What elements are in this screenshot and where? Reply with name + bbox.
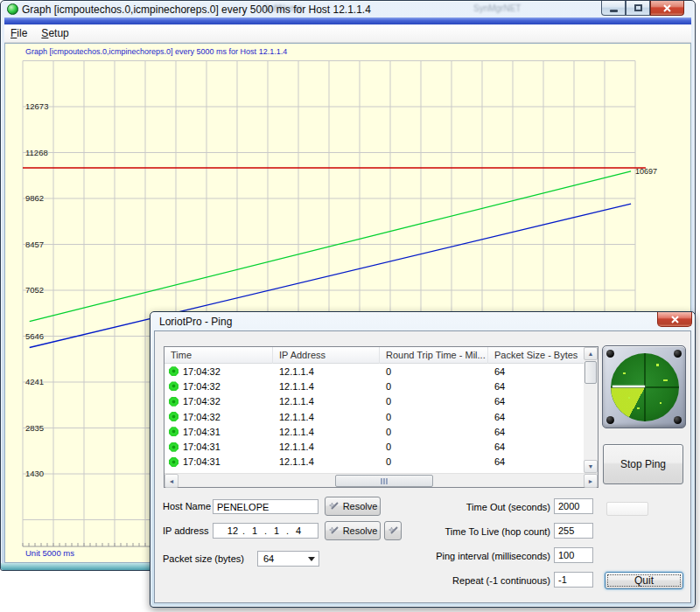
ping-ok-icon	[169, 412, 178, 421]
quit-button[interactable]: Quit	[605, 572, 683, 589]
svg-text:5646: 5646	[25, 331, 44, 341]
svg-text:10697: 10697	[635, 167, 657, 176]
cell-time: 17:04:32	[164, 366, 273, 377]
table-row[interactable]: 17:04:3112.1.1.4064	[164, 439, 584, 454]
menu-setup[interactable]: Setup	[41, 27, 68, 39]
table-row[interactable]: 17:04:3212.1.1.4064	[164, 379, 584, 393]
table-row[interactable]: 17:04:3212.1.1.4064	[164, 364, 584, 379]
menu-bar: File Setup	[4, 24, 691, 43]
cell-ip: 12.1.1.4	[273, 412, 380, 422]
resolve-ip-button[interactable]: Resolve	[325, 521, 381, 540]
svg-text:Graph [icmpoutechos.0,icmpinec: Graph [icmpoutechos.0,icmpinechoreps.0] …	[25, 47, 287, 56]
column-header-time[interactable]: Time	[164, 347, 273, 364]
packet-size-label: Packet size (bytes)	[163, 553, 244, 565]
horizontal-scroll-thumb[interactable]	[335, 475, 433, 487]
status-box	[606, 502, 648, 516]
resolve-button-label: Resolve	[343, 525, 378, 536]
graph-titlebar[interactable]: SoftName SynMgrNET Graph [icmpoutechos.0…	[1, 1, 695, 17]
host-name-input[interactable]	[213, 499, 318, 514]
cell-ip: 12.1.1.4	[273, 442, 380, 452]
cell-size: 64	[488, 427, 584, 437]
screw-icon	[674, 416, 682, 424]
resolve-host-button[interactable]: Resolve	[325, 497, 381, 516]
interval-input[interactable]	[554, 547, 593, 563]
ping-results-table: Time IP Address Round Trip Time - Mil...…	[164, 346, 598, 488]
cell-rtt: 0	[380, 442, 488, 452]
svg-text:2835: 2835	[25, 423, 44, 433]
interval-label: Ping interval (milliseconds)	[375, 550, 550, 562]
resolve-button-label: Resolve	[343, 501, 378, 511]
repeat-label: Repeat (-1 continuous)	[375, 574, 550, 587]
cell-rtt: 0	[380, 381, 488, 392]
cell-time: 17:04:31	[164, 456, 273, 467]
cell-time: 17:04:31	[164, 427, 273, 437]
cell-size: 64	[488, 412, 584, 422]
table-row[interactable]: 17:04:3112.1.1.4064	[164, 424, 584, 439]
cell-time: 17:04:32	[164, 381, 273, 392]
svg-text:9862: 9862	[25, 193, 44, 203]
packet-size-dropdown[interactable]: 64	[257, 551, 319, 567]
cell-size: 64	[488, 366, 584, 377]
radar-scope	[611, 353, 679, 421]
vertical-scroll-thumb[interactable]	[584, 361, 597, 384]
cell-rtt: 0	[380, 396, 488, 407]
ping-ok-icon	[169, 427, 178, 436]
cell-ip: 12.1.1.4	[273, 381, 380, 392]
cell-rtt: 0	[380, 456, 488, 467]
cell-rtt: 0	[380, 412, 488, 422]
ping-ok-icon	[169, 381, 178, 391]
table-row[interactable]: 17:04:3212.1.1.4064	[164, 394, 584, 409]
ping-dialog-title: LoriotPro - Ping	[159, 316, 232, 328]
stop-ping-button[interactable]: Stop Ping	[603, 444, 683, 484]
minimize-button[interactable]	[601, 1, 626, 16]
close-icon	[662, 4, 672, 12]
scroll-left-button[interactable]: ◄	[164, 474, 178, 488]
screw-icon	[674, 350, 682, 358]
ip-address-label: IP address	[163, 525, 208, 537]
column-header-size[interactable]: Packet Size - Bytes	[488, 347, 584, 364]
ping-ok-icon	[169, 457, 178, 467]
column-header-ip[interactable]: IP Address	[273, 347, 380, 364]
cell-size: 64	[488, 381, 584, 392]
ip-address-input[interactable]: 12.1.1.4	[213, 523, 318, 539]
timeout-input[interactable]	[554, 498, 593, 514]
horizontal-scrollbar[interactable]: ◄ ►	[164, 473, 598, 487]
ping-close-button[interactable]	[657, 312, 692, 327]
cell-size: 64	[488, 442, 584, 452]
maximize-button[interactable]	[626, 1, 650, 16]
cell-time: 17:04:32	[164, 412, 273, 422]
cell-time: 17:04:32	[164, 396, 273, 407]
blurred-desktop-text: SynMgrNET	[473, 3, 521, 13]
close-icon	[670, 316, 680, 323]
app-icon	[7, 3, 18, 15]
radar-icon	[602, 345, 686, 428]
svg-text:Unit 5000 ms: Unit 5000 ms	[25, 548, 74, 558]
scroll-down-button[interactable]: ▼	[584, 460, 598, 473]
packet-size-value: 64	[263, 553, 274, 564]
column-header-rtt[interactable]: Round Trip Time - Mil...	[380, 347, 488, 364]
screw-icon	[606, 416, 614, 424]
ttl-input[interactable]	[554, 523, 593, 539]
chevron-down-icon	[308, 557, 315, 561]
minimize-icon	[610, 10, 618, 12]
window-frame-strip	[4, 17, 691, 24]
menu-file[interactable]: File	[10, 27, 27, 39]
vertical-scrollbar[interactable]: ▲ ▼	[584, 347, 598, 473]
table-row[interactable]: 17:04:3212.1.1.4064	[164, 409, 584, 424]
screw-icon	[606, 350, 614, 358]
ping-dialog: LoriotPro - Ping Time IP Address Round T…	[150, 311, 696, 608]
ping-table-body: 17:04:3212.1.1.406417:04:3212.1.1.406417…	[164, 364, 584, 473]
ping-ok-icon	[169, 397, 178, 407]
svg-text:8457: 8457	[25, 240, 44, 249]
table-row[interactable]: 17:04:3112.1.1.4064	[164, 455, 584, 469]
ping-ok-icon	[169, 366, 178, 376]
repeat-input[interactable]	[554, 572, 593, 588]
scroll-up-button[interactable]: ▲	[584, 347, 598, 360]
host-name-label: Host Name	[163, 500, 211, 512]
cell-time: 17:04:31	[164, 442, 273, 452]
scroll-right-button[interactable]: ►	[584, 474, 598, 488]
close-button[interactable]	[650, 1, 684, 16]
timeout-label: Time Out (seconds)	[375, 501, 550, 513]
cell-rtt: 0	[380, 366, 488, 377]
cell-size: 64	[488, 456, 584, 467]
